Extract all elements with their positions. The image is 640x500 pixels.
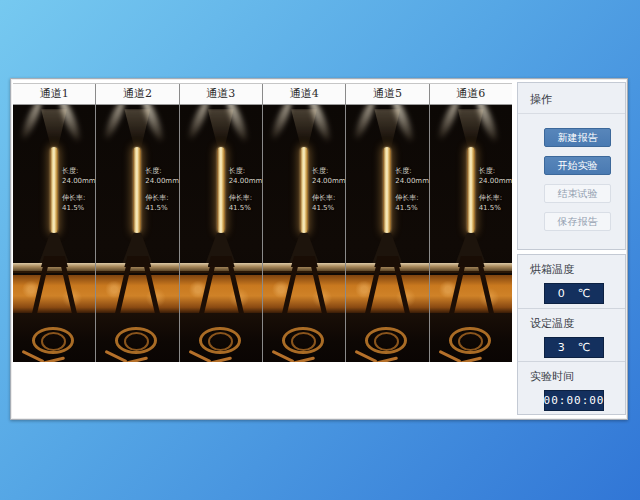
- set-temperature-row: 设定温度 3℃: [518, 308, 625, 361]
- wire-end: [460, 356, 482, 362]
- channel-grid: 通道1 长度:24.00mm 伸长率:41.5%: [13, 83, 512, 362]
- measurement-overlay: 长度:24.00mm 伸长率:41.5%: [395, 166, 428, 213]
- channel-2-video: 长度:24.00mm 伸长率:41.5%: [96, 105, 178, 362]
- wire-end: [210, 356, 232, 362]
- length-label: 长度:: [395, 166, 428, 176]
- channel-4-label: 通道4: [290, 87, 319, 100]
- oven-glow: [263, 275, 345, 313]
- length-label: 长度:: [312, 166, 345, 176]
- oven-glow: [180, 275, 262, 313]
- channel-1-video: 长度:24.00mm 伸长率:41.5%: [13, 105, 95, 362]
- length-label: 长度:: [145, 166, 178, 176]
- length-value: 24.00mm: [395, 176, 428, 186]
- channel-2: 通道2 长度:24.00mm 伸长率:41.5%: [95, 84, 178, 362]
- wire-loop: [291, 332, 316, 351]
- sample-strand: [300, 147, 308, 233]
- elongation-value: 41.5%: [312, 203, 345, 213]
- channel-5-video: 长度:24.00mm 伸长率:41.5%: [346, 105, 428, 362]
- wire-end: [126, 356, 148, 362]
- set-temperature-display[interactable]: 3℃: [544, 337, 604, 358]
- oven-glow: [13, 275, 95, 313]
- sample-strand: [467, 147, 475, 233]
- melt-cone: [291, 109, 317, 151]
- lower-dark-zone: [346, 313, 428, 362]
- lower-dark-zone: [430, 313, 512, 362]
- elongation-label: 伸长率:: [229, 193, 262, 203]
- wire-end: [376, 356, 398, 362]
- readouts-group: 烘箱温度 0℃ 设定温度 3℃ 实验时间 00:00:00: [517, 254, 626, 415]
- melt-cone: [124, 109, 150, 151]
- elongation-label: 伸长率:: [62, 193, 95, 203]
- elongation-value: 41.5%: [395, 203, 428, 213]
- lower-dark-zone: [263, 313, 345, 362]
- melt-cone: [374, 109, 400, 151]
- control-panel: 操作 新建报告 开始实验 结束试验 保存报告 烘箱温度 0℃ 设定温度 3℃ 实…: [517, 82, 626, 415]
- wire-loop: [208, 332, 233, 351]
- elongation-value: 41.5%: [229, 203, 262, 213]
- length-value: 24.00mm: [479, 176, 512, 186]
- elongation-label: 伸长率:: [395, 193, 428, 203]
- channel-6: 通道6 长度:24.00mm 伸长率:41.5%: [429, 84, 512, 362]
- wire-loop: [458, 332, 483, 351]
- oven-glow: [96, 275, 178, 313]
- length-value: 24.00mm: [229, 176, 262, 186]
- end-test-button[interactable]: 结束试验: [544, 184, 611, 203]
- channel-5-label: 通道5: [373, 87, 402, 100]
- oven-temperature-label: 烘箱温度: [530, 262, 625, 277]
- length-label: 长度:: [229, 166, 262, 176]
- lower-dark-zone: [13, 313, 95, 362]
- channel-3-video: 长度:24.00mm 伸长率:41.5%: [180, 105, 262, 362]
- length-value: 24.00mm: [62, 176, 95, 186]
- smoke-wisp-icon: [102, 105, 127, 141]
- smoke-wisp-icon: [269, 105, 294, 141]
- oven-temperature-value: 0: [558, 287, 565, 300]
- experiment-time-label: 实验时间: [530, 369, 625, 384]
- length-value: 24.00mm: [312, 176, 345, 186]
- experiment-time-row: 实验时间 00:00:00: [518, 361, 625, 414]
- elongation-label: 伸长率:: [312, 193, 345, 203]
- melt-cone: [458, 109, 484, 151]
- smoke-wisp-icon: [435, 105, 460, 141]
- oven-temperature-display: 0℃: [544, 283, 604, 304]
- start-experiment-button[interactable]: 开始实验: [544, 156, 611, 175]
- length-label: 长度:: [479, 166, 512, 176]
- channel-6-video: 长度:24.00mm 伸长率:41.5%: [430, 105, 512, 362]
- elongation-label: 伸长率:: [479, 193, 512, 203]
- measurement-overlay: 长度:24.00mm 伸长率:41.5%: [62, 166, 95, 213]
- sample-strand: [133, 147, 141, 233]
- wire-loop: [41, 332, 66, 351]
- channel-5-header: 通道5: [346, 84, 428, 105]
- set-temperature-unit: ℃: [578, 341, 590, 354]
- channel-1: 通道1 长度:24.00mm 伸长率:41.5%: [13, 84, 95, 362]
- channel-3-header: 通道3: [180, 84, 262, 105]
- sample-strand: [217, 147, 225, 233]
- wire-end: [293, 356, 315, 362]
- smoke-wisp-icon: [352, 105, 377, 141]
- app-window: 通道1 长度:24.00mm 伸长率:41.5%: [10, 78, 628, 420]
- channel-3: 通道3 长度:24.00mm 伸长率:41.5%: [179, 84, 262, 362]
- elongation-value: 41.5%: [145, 203, 178, 213]
- elongation-label: 伸长率:: [145, 193, 178, 203]
- sample-strand: [50, 147, 58, 233]
- new-report-button[interactable]: 新建报告: [544, 128, 611, 147]
- experiment-time-display: 00:00:00: [544, 390, 604, 411]
- oven-glow: [430, 275, 512, 313]
- channel-3-label: 通道3: [206, 87, 235, 100]
- channel-2-label: 通道2: [123, 87, 152, 100]
- smoke-wisp-icon: [19, 105, 44, 141]
- measurement-overlay: 长度:24.00mm 伸长率:41.5%: [229, 166, 262, 213]
- wire-end: [43, 356, 65, 362]
- oven-temperature-unit: ℃: [578, 287, 590, 300]
- measurement-overlay: 长度:24.00mm 伸长率:41.5%: [145, 166, 178, 213]
- smoke-wisp-icon: [186, 105, 211, 141]
- set-temperature-label: 设定温度: [530, 316, 625, 331]
- measurement-overlay: 长度:24.00mm 伸长率:41.5%: [479, 166, 512, 213]
- oven-glow: [346, 275, 428, 313]
- channel-1-label: 通道1: [40, 87, 69, 100]
- sample-strand: [383, 147, 391, 233]
- divider: [518, 113, 625, 114]
- measurement-overlay: 长度:24.00mm 伸长率:41.5%: [312, 166, 345, 213]
- length-value: 24.00mm: [145, 176, 178, 186]
- save-report-button[interactable]: 保存报告: [544, 212, 611, 231]
- channel-5: 通道5 长度:24.00mm 伸长率:41.5%: [345, 84, 428, 362]
